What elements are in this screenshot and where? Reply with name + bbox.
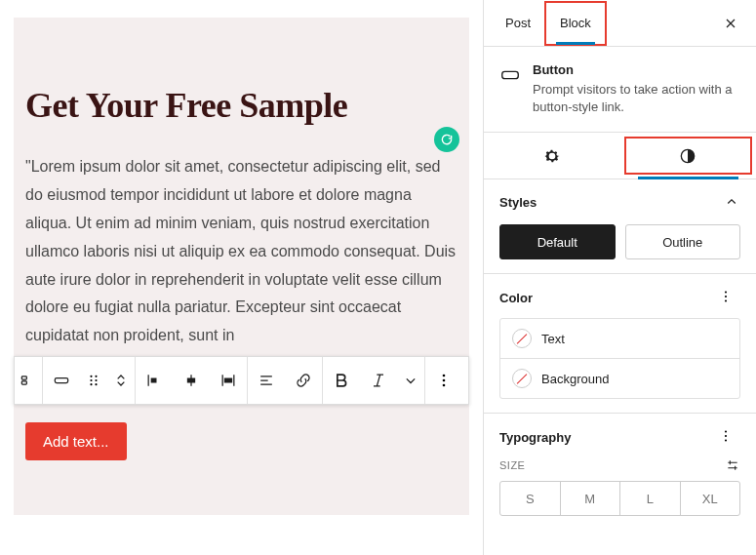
more-formatting-icon[interactable]: [397, 357, 424, 404]
typography-options-icon[interactable]: [717, 427, 740, 448]
color-background-row[interactable]: Background: [500, 358, 739, 398]
panel-color-title: Color: [499, 291, 533, 305]
color-options-icon[interactable]: [717, 288, 740, 308]
svg-rect-0: [21, 377, 26, 379]
background-color-swatch: [512, 369, 532, 388]
drag-handle-icon[interactable]: [80, 357, 107, 404]
svg-point-3: [90, 376, 92, 377]
svg-point-7: [90, 383, 92, 385]
subtab-settings[interactable]: [484, 133, 620, 178]
svg-point-12: [443, 375, 446, 377]
grammarly-icon[interactable]: [434, 127, 459, 152]
panel-styles: Styles Default Outline: [484, 179, 756, 274]
custom-size-icon[interactable]: [725, 457, 740, 473]
chevron-up-icon: [723, 193, 740, 211]
button-block-icon: [499, 64, 521, 86]
panel-typography-title: Typography: [499, 430, 571, 445]
button-block[interactable]: Add text...: [25, 422, 127, 460]
size-m[interactable]: M: [560, 482, 620, 515]
close-sidebar-icon[interactable]: [713, 6, 748, 41]
align-center-icon[interactable]: [173, 357, 210, 404]
align-full-icon[interactable]: [210, 357, 247, 404]
block-subtabs: [484, 133, 756, 179]
svg-rect-15: [502, 71, 519, 78]
options-icon[interactable]: [425, 357, 462, 404]
tab-block[interactable]: Block: [544, 1, 607, 46]
svg-point-20: [725, 431, 727, 433]
color-text-label: Text: [541, 332, 565, 346]
svg-point-21: [725, 435, 727, 437]
svg-point-13: [443, 379, 446, 382]
svg-point-8: [95, 383, 97, 385]
panel-styles-title: Styles: [499, 195, 537, 210]
svg-point-19: [725, 300, 727, 302]
block-type-icon[interactable]: [43, 357, 80, 404]
color-text-row[interactable]: Text: [500, 319, 739, 358]
editor-canvas: Get Your Free Sample "Lorem ipsum dolor …: [14, 18, 469, 515]
panel-styles-toggle[interactable]: Styles: [499, 193, 740, 211]
svg-rect-10: [187, 377, 195, 382]
svg-rect-11: [224, 377, 232, 382]
svg-point-17: [725, 292, 727, 294]
block-description: Button Prompt visitors to take action wi…: [484, 47, 756, 133]
size-s[interactable]: S: [500, 482, 560, 515]
post-paragraph[interactable]: "Lorem ipsum dolor sit amet, consectetur…: [25, 153, 458, 350]
svg-rect-2: [55, 377, 67, 382]
size-l[interactable]: L: [619, 482, 680, 515]
block-description-text: Prompt visitors to take action with a bu…: [533, 81, 740, 116]
svg-point-22: [725, 440, 727, 442]
svg-point-5: [90, 379, 92, 381]
italic-icon[interactable]: [360, 357, 397, 404]
panel-color: Color Text Background: [484, 274, 756, 414]
editor-canvas-wrapper: Get Your Free Sample "Lorem ipsum dolor …: [0, 0, 483, 555]
align-left-icon[interactable]: [136, 357, 173, 404]
svg-rect-9: [151, 377, 157, 382]
text-color-swatch: [512, 329, 532, 348]
bold-icon[interactable]: [323, 357, 360, 404]
subtab-styles[interactable]: [620, 133, 757, 178]
parent-block-handle[interactable]: [15, 357, 42, 404]
svg-rect-1: [21, 381, 26, 384]
tab-post[interactable]: Post: [492, 1, 544, 46]
size-xl[interactable]: XL: [680, 482, 740, 515]
settings-sidebar: Post Block Button Prompt visitors to tak…: [483, 0, 756, 555]
size-label: SIZE: [499, 459, 525, 471]
gear-icon: [542, 146, 562, 166]
color-background-label: Background: [541, 372, 609, 386]
sidebar-tabs: Post Block: [484, 0, 756, 47]
svg-point-14: [443, 384, 446, 387]
svg-point-18: [725, 296, 727, 297]
text-align-icon[interactable]: [248, 357, 285, 404]
link-icon[interactable]: [285, 357, 322, 404]
style-default-button[interactable]: Default: [499, 224, 616, 259]
block-name: Button: [533, 62, 740, 77]
size-button-group: S M L XL: [499, 481, 740, 516]
svg-point-6: [95, 379, 97, 381]
svg-point-4: [95, 376, 97, 377]
panel-typography: Typography SIZE S M L XL: [484, 414, 756, 530]
style-outline-button[interactable]: Outline: [625, 224, 741, 259]
move-arrows-icon[interactable]: [107, 357, 135, 404]
post-heading[interactable]: Get Your Free Sample: [25, 86, 458, 126]
contrast-icon: [678, 146, 697, 166]
block-toolbar: [14, 356, 469, 405]
